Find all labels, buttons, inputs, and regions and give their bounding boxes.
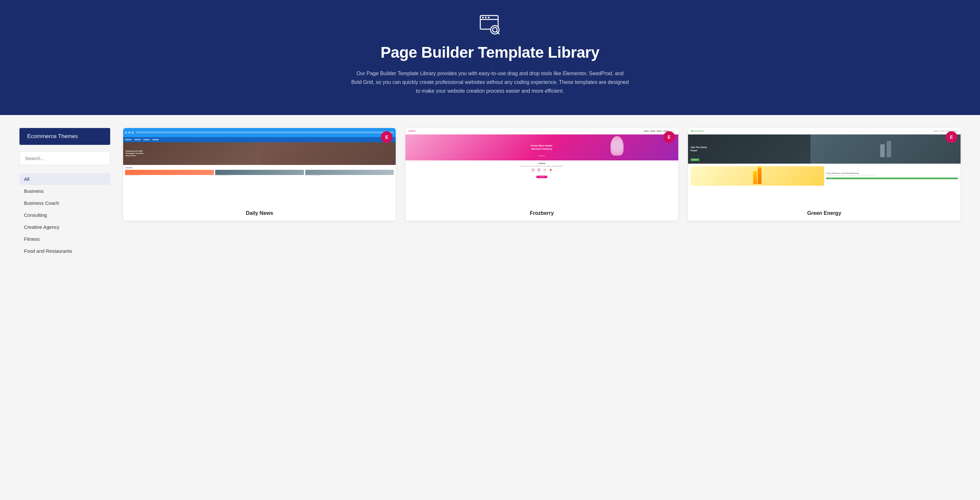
ecommerce-themes-button[interactable]: Ecommerce Themes xyxy=(19,128,110,145)
filter-item-creative-agency[interactable]: Creative Agency xyxy=(19,221,110,233)
template-card-daily-news[interactable]: E xyxy=(123,128,396,221)
template-card-image-green-energy: E 🌿 Green Energy xyxy=(688,128,961,206)
template-card-title-green-energy: Green Energy xyxy=(688,206,961,221)
sidebar: Ecommerce Themes All Business Business C… xyxy=(19,128,110,296)
filter-item-consulting[interactable]: Consulting xyxy=(19,209,110,221)
template-card-frozberry[interactable]: E FrozBerry xyxy=(406,128,678,221)
template-card-title-frozberry: Frozberry xyxy=(406,206,678,221)
ge-section: 10 Years Of Experience in Solar & Renewa… xyxy=(688,164,961,188)
hero-section: Page Builder Template Library Our Page B… xyxy=(0,0,980,115)
filter-item-all[interactable]: All xyxy=(19,173,110,185)
template-grid-area: E xyxy=(123,128,961,296)
template-card-image-frozberry: E FrozBerry xyxy=(406,128,678,206)
elementor-badge-daily-news: E xyxy=(381,131,393,143)
search-input[interactable] xyxy=(19,151,110,165)
hero-description: Our Page Builder Template Library provid… xyxy=(351,69,629,96)
template-card-title-daily-news: Daily News xyxy=(123,206,396,221)
preview-green-energy: 🌿 Green Energy Join The GreenPower xyxy=(688,128,961,206)
dn-nav xyxy=(123,137,396,142)
dn-content: Latest News Candy Artists Dress Up This … xyxy=(123,165,396,206)
dn-header xyxy=(123,128,396,137)
ge-hero: Join The GreenPower Get Started xyxy=(688,134,961,164)
filter-item-business[interactable]: Business xyxy=(19,185,110,197)
template-card-image-daily-news: E xyxy=(123,128,396,206)
fb-hero: Frozen Bliss Awaits:Discover Frozberry M… xyxy=(406,134,678,161)
svg-point-3 xyxy=(485,17,487,19)
filter-item-business-coach[interactable]: Business Coach xyxy=(19,197,110,209)
svg-point-4 xyxy=(488,17,490,19)
dn-hero-area: Empowering You WithKnowledge: Your Daily… xyxy=(123,142,396,165)
preview-frozberry: FrozBerry xyxy=(406,128,678,206)
search-container xyxy=(19,151,110,165)
filter-item-fitness[interactable]: Fitness xyxy=(19,233,110,245)
ge-header: 🌿 Green Energy xyxy=(688,128,961,134)
filter-list: All Business Business Coach Consulting C… xyxy=(19,173,110,257)
preview-daily-news: Empowering You WithKnowledge: Your Daily… xyxy=(123,128,396,206)
hero-icon xyxy=(479,13,501,37)
main-content: Ecommerce Themes All Business Business C… xyxy=(0,115,980,309)
elementor-badge-frozberry: E xyxy=(663,131,675,143)
elementor-badge-green-energy: E xyxy=(946,131,957,143)
template-card-green-energy[interactable]: E 🌿 Green Energy xyxy=(688,128,961,221)
template-grid: E xyxy=(123,128,961,221)
svg-point-2 xyxy=(482,17,484,19)
filter-item-food-restaurants[interactable]: Food and Restaurants xyxy=(19,245,110,257)
fb-header: FrozBerry xyxy=(406,128,678,134)
fb-catering: Catering We offer several Ice Cream cate… xyxy=(406,161,678,180)
page-title: Page Builder Template Library xyxy=(380,43,599,61)
